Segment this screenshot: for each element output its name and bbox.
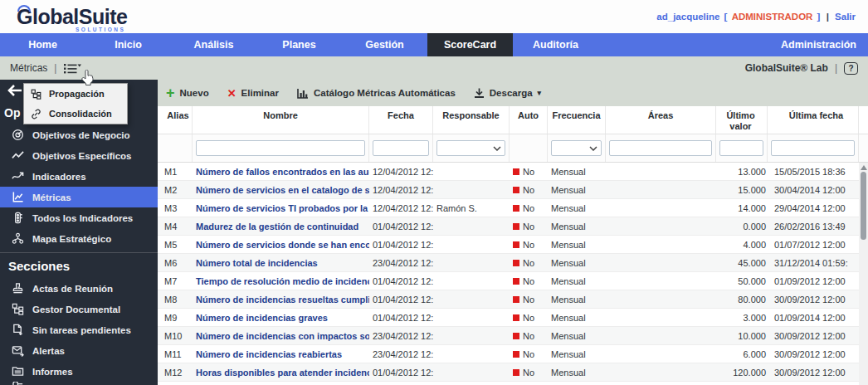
sidebar-item-metricas[interactable]: Métricas <box>0 187 158 207</box>
responsable-filter-select[interactable] <box>436 140 505 156</box>
col-header-ultima-fecha[interactable]: Última fecha <box>768 106 859 134</box>
auto-no-flag-icon <box>513 168 519 175</box>
sidebar-item-sin-tareas-pendientes[interactable]: Sin tareas pendientes <box>0 319 158 340</box>
metric-fecha: 01/04/2012 12:00 <box>369 313 433 323</box>
auto-no-flag-icon <box>513 205 519 212</box>
table-row[interactable]: M3 Número de servicios TI probados por l… <box>158 199 868 217</box>
tab-planes[interactable]: Planes <box>256 33 342 56</box>
table-row[interactable]: M8 Número de incidencias resueltas cumpl… <box>158 290 868 309</box>
table-row[interactable]: M12 Horas disponibles para atender incid… <box>158 363 868 382</box>
sidebar-item-alertas[interactable]: Alertas <box>0 340 158 361</box>
nombre-filter-input[interactable] <box>196 140 365 156</box>
metric-ultima-fecha: 01/09/2014 12:00 <box>768 313 859 323</box>
table-row[interactable]: M7 Tiempo de resolución medio de inciden… <box>158 272 868 290</box>
back-arrow-icon <box>7 85 22 96</box>
col-header-frecuencia[interactable]: Frecuencia <box>548 106 606 134</box>
tab-analisis[interactable]: Análisis <box>171 33 256 56</box>
table-row[interactable]: M6 Número total de incidencias 23/04/201… <box>158 254 868 272</box>
help-icon[interactable]: ? <box>844 62 858 75</box>
table-row[interactable]: M4 Madurez de la gestión de continuidad … <box>158 217 868 236</box>
tab-administracion[interactable]: Administración <box>769 33 868 56</box>
sidebar-item-gestor-documental[interactable]: Gestor Documental <box>0 299 158 319</box>
metric-ultima-fecha: 01/09/2012 12:00 <box>768 276 859 286</box>
table-row[interactable]: M2 Número de servicios en el catalogo de… <box>158 181 868 199</box>
tab-inicio[interactable]: Inicio <box>85 33 171 56</box>
fecha-filter-input[interactable] <box>373 140 429 156</box>
metric-name-link[interactable]: Número de incidencias con impactos sobre… <box>193 331 369 341</box>
col-header-responsable[interactable]: Responsable <box>433 106 510 134</box>
metric-name-link[interactable]: Número de servicios en el catalogo de se… <box>193 185 369 195</box>
metric-frecuencia: Mensual <box>548 368 606 378</box>
vertical-scrollbar[interactable] <box>859 163 868 385</box>
metric-name-link[interactable]: Número de incidencias graves <box>193 313 369 323</box>
sidebar-item-informes[interactable]: Informes <box>0 361 158 382</box>
ultima-fecha-filter-input[interactable] <box>771 140 855 156</box>
col-header-alias[interactable]: Alias <box>158 106 193 134</box>
col-header-auto[interactable]: Auto <box>510 106 548 134</box>
sidebar-item-indicadores[interactable]: Indicadores <box>0 166 158 187</box>
delete-button[interactable]: ✕ Eliminar <box>227 87 279 100</box>
metric-name-link[interactable]: Número de servicios TI probados por la c… <box>193 203 369 213</box>
sidebar-item-todos-los-indicadores[interactable]: Todos los Indicadores <box>0 207 158 228</box>
table-row[interactable]: M9 Número de incidencias graves 01/04/20… <box>158 309 868 327</box>
sidebar-item-partial[interactable] <box>0 382 158 385</box>
metric-name-link[interactable]: Número de fallos encontrados en las audi… <box>193 167 369 177</box>
menu-item-propagacion[interactable]: Propagación <box>24 84 127 104</box>
username-link[interactable]: ad_jacqueline <box>656 12 719 22</box>
tab-gestion[interactable]: Gestión <box>342 33 427 56</box>
logo-title: GlobalSuite <box>17 5 127 28</box>
col-header-fecha[interactable]: Fecha <box>369 106 433 134</box>
metric-ultima-fecha: 29/04/2014 12:00 <box>768 203 859 213</box>
ultimo-valor-filter-input[interactable] <box>719 140 763 156</box>
tab-home[interactable]: Home <box>0 33 85 56</box>
hierarchy-icon <box>12 303 24 315</box>
col-header-areas[interactable]: Áreas <box>606 106 716 134</box>
sidebar-item-objetivos-especificos[interactable]: Objetivos Específicos <box>0 145 158 166</box>
metrics-table-body: M1 Número de fallos encontrados en las a… <box>158 163 868 382</box>
menu-item-consolidacion[interactable]: Consolidación <box>24 104 127 124</box>
col-header-ultimo-valor[interactable]: Último valor <box>716 106 768 134</box>
tab-auditoria[interactable]: Auditoría <box>513 33 598 56</box>
mail-icon <box>12 344 24 357</box>
sidebar-item-objetivos-negocio[interactable]: Objetivos de Negocio <box>0 124 158 145</box>
metric-ultimo-valor: 14.000 <box>716 203 768 213</box>
metric-frecuencia: Mensual <box>548 258 606 268</box>
sidebar-item-actas-de-reunion[interactable]: Actas de Reunión <box>0 278 158 299</box>
download-button[interactable]: Descarga ▾ <box>474 88 541 99</box>
metric-alias: M12 <box>158 368 193 378</box>
table-row[interactable]: M1 Número de fallos encontrados en las a… <box>158 163 868 181</box>
table-row[interactable]: M10 Número de incidencias con impactos s… <box>158 327 868 345</box>
metric-ultimo-valor: 10.000 <box>716 331 768 341</box>
table-header-row: Alias Nombre Fecha Responsable Auto Frec… <box>158 106 868 134</box>
metric-fecha: 01/04/2012 12:00 <box>369 276 433 286</box>
metric-auto: No <box>510 331 548 341</box>
metric-name-link[interactable]: Tiempo de resolución medio de incidencia… <box>193 276 369 286</box>
sitemap-icon <box>12 232 24 245</box>
metric-name-link[interactable]: Horas disponibles para atender incidenci… <box>193 368 369 378</box>
sidebar-item-mapa-estrategico[interactable]: Mapa Estratégico <box>0 228 158 249</box>
col-header-nombre[interactable]: Nombre <box>193 106 369 134</box>
logout-link[interactable]: Salir <box>835 12 856 22</box>
metric-alias: M11 <box>158 349 193 359</box>
view-options-menu-button[interactable] <box>63 62 81 75</box>
frecuencia-filter-select[interactable] <box>551 140 602 156</box>
metric-auto: No <box>510 295 548 305</box>
new-button[interactable]: + Nuevo <box>166 88 209 98</box>
catalog-button[interactable]: Catálogo Métricas Automáticas <box>297 88 456 99</box>
nav-spacer <box>598 33 769 56</box>
metric-name-link[interactable]: Número total de incidencias <box>193 258 369 268</box>
metric-ultima-fecha: 31/12/2014 01:59: <box>768 258 859 268</box>
table-row[interactable]: M5 Número de servicios donde se han enco… <box>158 236 868 254</box>
metric-name-link[interactable]: Número de incidencias reabiertas <box>193 349 369 359</box>
scrollbar-thumb[interactable] <box>861 172 866 240</box>
metric-name-link[interactable]: Madurez de la gestión de continuidad <box>193 222 369 231</box>
metric-frecuencia: Mensual <box>548 240 606 250</box>
sidebar: Op Objetivos de Negocio Objetivos Especí… <box>0 80 158 385</box>
metric-name-link[interactable]: Número de servicios donde se han encontr… <box>193 240 369 250</box>
tab-scorecard[interactable]: ScoreCard <box>427 33 513 56</box>
folder-icon <box>12 365 24 378</box>
scroll-up-arrow-icon[interactable] <box>861 165 867 170</box>
table-row[interactable]: M11 Número de incidencias reabiertas 23/… <box>158 345 868 363</box>
areas-filter-input[interactable] <box>609 140 712 156</box>
metric-name-link[interactable]: Número de incidencias resueltas cumplien… <box>193 295 369 305</box>
